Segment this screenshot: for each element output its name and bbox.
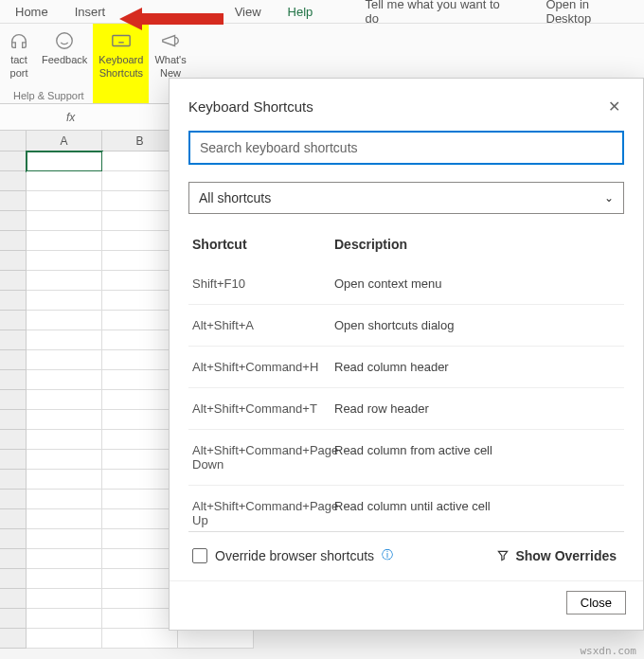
- cell[interactable]: [27, 490, 102, 509]
- cell[interactable]: [102, 410, 178, 430]
- override-checkbox[interactable]: Override browser shortcuts ⓘ: [192, 547, 393, 563]
- column-header[interactable]: B: [102, 131, 178, 151]
- row-header[interactable]: [0, 569, 27, 589]
- cell[interactable]: [102, 629, 178, 649]
- cell[interactable]: [102, 151, 178, 171]
- cell[interactable]: [27, 410, 102, 430]
- cell[interactable]: [102, 490, 178, 509]
- tab-help[interactable]: Help: [275, 1, 327, 23]
- row-header[interactable]: [0, 430, 27, 450]
- cell[interactable]: [102, 271, 178, 291]
- cell[interactable]: [27, 291, 102, 311]
- cell[interactable]: [27, 629, 102, 649]
- row-header[interactable]: [0, 529, 27, 549]
- search-input[interactable]: Search keyboard shortcuts: [188, 131, 624, 165]
- tab-insert[interactable]: Insert: [62, 1, 119, 23]
- cell[interactable]: [27, 191, 102, 211]
- cell[interactable]: [27, 450, 102, 470]
- cell[interactable]: [102, 311, 178, 330]
- row-header[interactable]: [0, 151, 27, 171]
- cell[interactable]: [102, 470, 178, 490]
- cell[interactable]: [102, 569, 178, 589]
- tell-me-search[interactable]: Tell me what you want to do: [351, 0, 515, 29]
- cell[interactable]: [102, 330, 178, 350]
- cell[interactable]: [27, 549, 102, 569]
- cell[interactable]: [102, 191, 178, 211]
- close-button[interactable]: Close: [566, 591, 626, 614]
- cell[interactable]: [27, 151, 102, 171]
- cell[interactable]: [102, 390, 178, 410]
- row-header[interactable]: [0, 211, 27, 231]
- cell[interactable]: [102, 529, 178, 549]
- cell[interactable]: [102, 350, 178, 370]
- row-header[interactable]: [0, 311, 27, 330]
- close-icon[interactable]: ✕: [604, 94, 624, 119]
- smile-icon: [53, 29, 76, 52]
- tab-view[interactable]: View: [222, 1, 275, 23]
- cell[interactable]: [27, 470, 102, 490]
- cell[interactable]: [102, 609, 178, 629]
- cell[interactable]: [102, 231, 178, 251]
- show-overrides-button[interactable]: Show Overrides: [496, 548, 617, 563]
- table-header: Shortcut Description: [188, 218, 624, 263]
- cell[interactable]: [27, 509, 102, 529]
- cell[interactable]: [102, 549, 178, 569]
- shortcut-cell: Alt+Shift+Command+H: [192, 360, 334, 374]
- row-header[interactable]: [0, 291, 27, 311]
- row-header[interactable]: [0, 549, 27, 569]
- cell[interactable]: [27, 271, 102, 291]
- row-header[interactable]: [0, 509, 27, 529]
- cell[interactable]: [178, 629, 254, 649]
- row-header[interactable]: [0, 191, 27, 211]
- row-header[interactable]: [0, 470, 27, 490]
- cell[interactable]: [27, 231, 102, 251]
- cell[interactable]: [27, 430, 102, 450]
- filter-dropdown[interactable]: All shortcuts ⌄: [188, 182, 624, 214]
- cell[interactable]: [27, 350, 102, 370]
- row-header[interactable]: [0, 251, 27, 271]
- cell[interactable]: [27, 211, 102, 231]
- cell[interactable]: [102, 589, 178, 609]
- row-header[interactable]: [0, 589, 27, 609]
- row-header[interactable]: [0, 350, 27, 370]
- cell[interactable]: [27, 569, 102, 589]
- keyboard-shortcuts-button[interactable]: Keyboard Shortcuts: [93, 24, 149, 103]
- select-all-corner[interactable]: [0, 131, 27, 151]
- cell[interactable]: [27, 171, 102, 191]
- cell[interactable]: [27, 589, 102, 609]
- info-icon[interactable]: ⓘ: [382, 547, 393, 563]
- ribbon-group-label: Help & Support: [13, 90, 84, 101]
- open-in-desktop[interactable]: Open in Desktop: [533, 0, 643, 29]
- cell[interactable]: [27, 529, 102, 549]
- row-header[interactable]: [0, 490, 27, 509]
- tab-home[interactable]: Home: [2, 1, 62, 23]
- cell[interactable]: [27, 330, 102, 350]
- cell[interactable]: [102, 430, 178, 450]
- cell[interactable]: [102, 370, 178, 390]
- cell[interactable]: [27, 311, 102, 330]
- cell[interactable]: [27, 251, 102, 271]
- cell[interactable]: [102, 291, 178, 311]
- row-header[interactable]: [0, 370, 27, 390]
- row-header[interactable]: [0, 231, 27, 251]
- cell[interactable]: [27, 370, 102, 390]
- row-header[interactable]: [0, 450, 27, 470]
- column-header[interactable]: A: [27, 131, 102, 151]
- cell[interactable]: [102, 251, 178, 271]
- row-header[interactable]: [0, 410, 27, 430]
- cell[interactable]: [102, 171, 178, 191]
- cell[interactable]: [102, 211, 178, 231]
- cell[interactable]: [102, 450, 178, 470]
- cell[interactable]: [27, 390, 102, 410]
- dialog-title: Keyboard Shortcuts: [188, 98, 313, 115]
- keyboard-shortcuts-dialog: Keyboard Shortcuts ✕ Search keyboard sho…: [169, 78, 644, 631]
- cell[interactable]: [102, 509, 178, 529]
- row-header[interactable]: [0, 609, 27, 629]
- row-header[interactable]: [0, 171, 27, 191]
- row-header[interactable]: [0, 271, 27, 291]
- cell[interactable]: [27, 609, 102, 629]
- row-header[interactable]: [0, 330, 27, 350]
- contact-label-1: tact: [10, 54, 27, 65]
- row-header[interactable]: [0, 390, 27, 410]
- row-header[interactable]: [0, 629, 27, 649]
